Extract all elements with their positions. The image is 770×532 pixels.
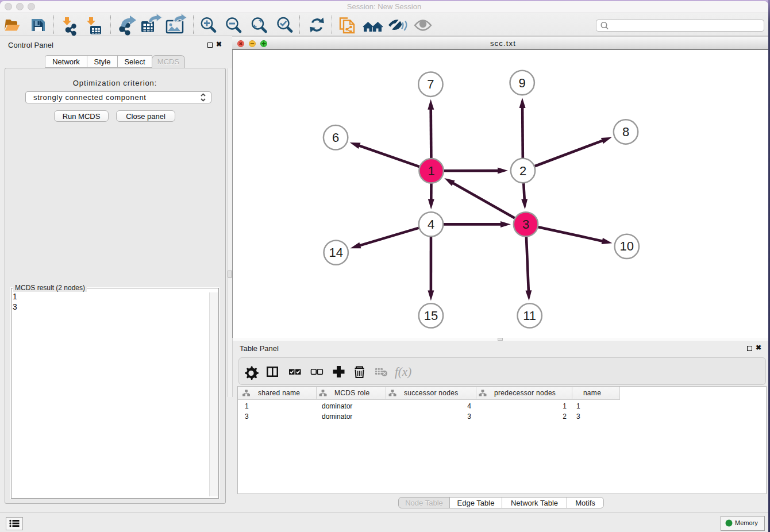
svg-text:1: 1 xyxy=(428,164,434,178)
svg-text:8: 8 xyxy=(622,125,629,139)
svg-text:11: 11 xyxy=(523,309,536,323)
svg-text:15: 15 xyxy=(424,309,438,323)
svg-text:14: 14 xyxy=(329,245,342,260)
svg-text:f(x): f(x) xyxy=(395,365,411,379)
svg-text:2: 2 xyxy=(519,164,526,178)
svg-text:3: 3 xyxy=(522,217,529,232)
svg-text:10: 10 xyxy=(620,239,634,253)
svg-text:9: 9 xyxy=(519,76,526,90)
svg-text:7: 7 xyxy=(427,77,434,91)
svg-text:6: 6 xyxy=(332,130,339,145)
svg-text:4: 4 xyxy=(428,217,434,232)
